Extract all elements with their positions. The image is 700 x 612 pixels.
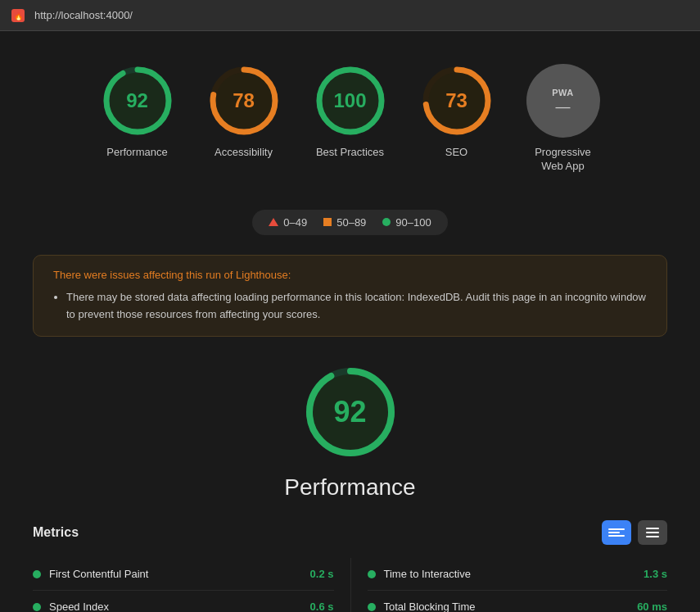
score-circle-best-practices: 100 — [314, 64, 387, 138]
metrics-section-title: Metrics — [33, 525, 79, 540]
metric-row-tti: Time to Interactive 1.3 s — [368, 558, 668, 591]
metric-name-tbt: Total Blocking Time — [384, 601, 630, 612]
metric-row-si: Speed Index 0.6 s — [33, 591, 334, 612]
pwa-label: PWA — [552, 88, 574, 97]
score-label-best-practices: Best Practices — [316, 146, 384, 160]
metric-dot-fcp — [33, 570, 41, 578]
metrics-grid: First Contentful Paint 0.2 s Speed Index… — [33, 558, 667, 612]
metrics-header: Metrics — [33, 520, 667, 545]
legend-good-icon — [382, 218, 391, 226]
view-toggle-bar[interactable] — [602, 520, 631, 545]
metric-dot-si — [33, 603, 41, 611]
score-label-seo: SEO — [445, 146, 467, 160]
metrics-view-toggles — [602, 520, 667, 545]
score-item-best-practices: 100 Best Practices — [314, 64, 387, 174]
browser-bar: 🔥 http://localhost:4000/ — [0, 0, 700, 31]
metric-name-tti: Time to Interactive — [384, 568, 636, 580]
score-value-performance: 92 — [126, 89, 148, 112]
warning-message-item: There may be stored data affecting loadi… — [66, 289, 647, 324]
bar-view-icon — [608, 528, 625, 537]
metric-value-fcp: 0.2 s — [310, 568, 334, 580]
browser-url: http://localhost:4000/ — [34, 9, 133, 21]
score-value-best-practices: 100 — [333, 89, 366, 112]
list-line-2 — [646, 532, 659, 533]
main-content: 92 Performance 78 Accessibility — [0, 31, 700, 612]
warning-box: There were issues affecting this run of … — [33, 255, 667, 338]
list-line-1 — [646, 528, 659, 529]
legend-average: 50–89 — [323, 216, 366, 229]
score-item-seo: 73 SEO — [420, 64, 494, 174]
browser-app-icon: 🔥 — [10, 7, 26, 24]
view-toggle-list[interactable] — [638, 520, 667, 545]
score-value-accessibility: 78 — [233, 89, 255, 112]
metric-row-tbt: Total Blocking Time 60 ms — [368, 591, 668, 612]
scores-row: 92 Performance 78 Accessibility — [33, 48, 667, 190]
legend-bad-icon — [269, 218, 278, 226]
bar-line-2 — [608, 532, 620, 533]
score-label-performance: Performance — [106, 146, 167, 160]
legend: 0–49 50–89 90–100 — [33, 210, 667, 235]
performance-section: 92 Performance Metrics — [33, 363, 667, 612]
list-view-icon — [646, 528, 659, 537]
score-item-accessibility: 78 Accessibility — [207, 64, 281, 174]
score-value-seo: 73 — [445, 89, 467, 112]
bar-line-3 — [608, 535, 625, 537]
metrics-section: Metrics — [33, 520, 667, 612]
metric-dot-tti — [368, 570, 376, 578]
legend-good: 90–100 — [382, 216, 431, 229]
score-circle-accessibility: 78 — [207, 64, 281, 138]
legend-inner: 0–49 50–89 90–100 — [252, 210, 447, 235]
bar-line-1 — [608, 528, 625, 530]
metric-value-tbt: 60 ms — [637, 601, 667, 612]
metric-name-fcp: First Contentful Paint — [49, 568, 302, 580]
metric-value-tti: 1.3 s — [644, 568, 667, 580]
svg-text:🔥: 🔥 — [14, 11, 24, 21]
perf-section-title: Performance — [284, 474, 415, 501]
list-line-3 — [646, 536, 659, 537]
metric-row-fcp: First Contentful Paint 0.2 s — [33, 558, 334, 591]
legend-good-range: 90–100 — [395, 216, 431, 229]
metrics-left-col: First Contentful Paint 0.2 s Speed Index… — [33, 558, 350, 612]
pwa-dash: — — [556, 99, 571, 114]
warning-message: There may be stored data affecting loadi… — [53, 289, 647, 324]
score-label-accessibility: Accessibility — [215, 146, 273, 160]
pwa-circle: PWA — — [526, 64, 600, 138]
metric-value-si: 0.6 s — [310, 601, 334, 612]
metric-name-si: Speed Index — [49, 601, 302, 612]
legend-average-range: 50–89 — [336, 216, 366, 229]
metric-dot-tbt — [368, 603, 376, 611]
metrics-right-col: Time to Interactive 1.3 s Total Blocking… — [350, 558, 668, 612]
score-circle-performance: 92 — [101, 64, 174, 138]
score-circle-seo: 73 — [420, 64, 494, 138]
perf-large-circle: 92 — [301, 363, 400, 461]
legend-bad-range: 0–49 — [283, 216, 307, 229]
warning-title: There were issues affecting this run of … — [53, 269, 647, 281]
legend-bad: 0–49 — [269, 216, 307, 229]
score-item-performance: 92 Performance — [101, 64, 174, 174]
legend-average-icon — [323, 218, 332, 226]
score-item-pwa: PWA — ProgressiveWeb App — [526, 64, 600, 174]
score-label-pwa: ProgressiveWeb App — [535, 146, 591, 174]
perf-large-score: 92 — [333, 395, 366, 429]
